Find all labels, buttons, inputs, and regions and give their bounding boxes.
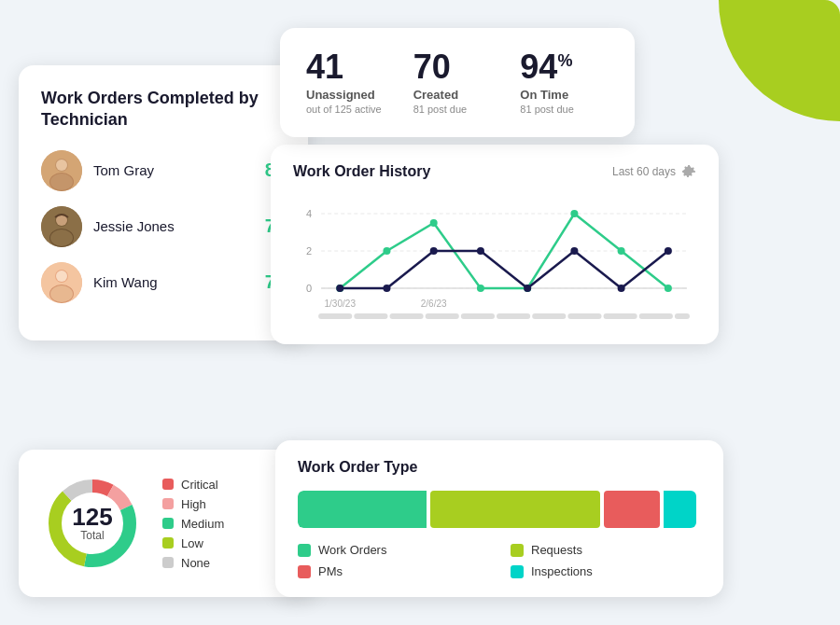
type-bar-container [298,491,701,528]
card-history-header: Work Order History Last 60 days [293,163,696,180]
svg-point-14 [50,285,73,302]
green-corner-decoration [719,0,840,121]
type-dot-requests [511,544,524,557]
stat-label-ontime: On Time [520,88,609,102]
stat-number-ontime: 94% [520,50,609,84]
type-legend-requests: Requests [511,543,701,557]
stat-sublabel-unassigned: out of 125 active [306,104,395,115]
svg-point-29 [665,285,672,292]
svg-point-35 [570,247,578,255]
svg-point-23 [383,247,390,255]
svg-point-31 [383,285,390,292]
card-type-title: Work Order Type [298,459,701,476]
legend-item-none: None [162,556,224,570]
card-technician: Work Orders Completed by Technician Tom … [19,65,308,340]
svg-text:2/6/23: 2/6/23 [421,299,447,309]
svg-point-3 [56,160,67,171]
bar-requests [430,491,599,528]
avatar-kim [41,262,82,303]
stat-unassigned: 41 Unassigned out of 125 active [306,50,395,115]
card-history-period: Last 60 days [612,164,696,179]
svg-point-37 [665,247,672,255]
bar-pms [604,491,660,528]
stat-sublabel-created: 81 post due [413,104,502,115]
donut-container: 125 Total [41,472,144,575]
card-stats: 41 Unassigned out of 125 active 70 Creat… [280,28,635,137]
type-legend-work-orders: Work Orders [298,543,488,557]
bar-inspections [664,491,696,528]
legend-dot-none [162,557,174,568]
type-dot-pms [298,565,311,578]
tech-name-jessie: Jessie Jones [93,218,254,234]
chart-svg: 4 2 0 [293,195,696,326]
tech-name-tom: Tom Gray [93,162,254,178]
legend-item-high: High [162,497,224,511]
svg-point-24 [430,219,438,227]
svg-text:1/30/23: 1/30/23 [324,299,356,309]
svg-point-36 [618,285,625,292]
legend-item-medium: Medium [162,517,224,531]
card-technician-title: Work Orders Completed by Technician [41,88,286,132]
stat-sublabel-ontime: 81 post due [520,104,609,115]
donut-center: 125 Total [72,505,112,542]
donut-label: Total [72,529,112,542]
avatar-tom [41,150,82,191]
svg-text:0: 0 [306,283,312,294]
svg-point-30 [336,285,343,292]
svg-point-28 [618,247,625,255]
donut-number: 125 [72,505,112,529]
legend-item-low: Low [162,536,224,550]
svg-point-9 [50,229,73,246]
gear-icon[interactable] [681,164,696,179]
svg-text:2: 2 [306,245,312,257]
technician-row-1: Tom Gray 84 [41,150,286,191]
stat-ontime: 94% On Time 81 post due [520,50,609,115]
stat-number-unassigned: 41 [306,50,395,84]
stat-label-unassigned: Unassigned [306,88,395,102]
bar-work-orders [298,491,427,528]
svg-point-33 [477,247,484,255]
technician-row-2: Jessie Jones 76 [41,206,286,247]
card-type: Work Order Type Work Orders Requests PMs [275,440,723,597]
stat-label-created: Created [413,88,502,102]
card-history: Work Order History Last 60 days 4 2 0 [271,145,719,344]
legend-dot-high [162,498,174,509]
stat-created: 70 Created 81 post due [413,50,502,115]
dashboard: Work Orders Completed by Technician Tom … [0,0,840,625]
stat-number-created: 70 [413,50,502,84]
type-dot-work-orders [298,544,311,557]
avatar-jessie [41,206,82,247]
svg-point-13 [56,271,67,282]
type-dot-inspections [511,565,524,578]
type-legend: Work Orders Requests PMs Inspections [298,543,701,578]
svg-point-4 [50,174,73,190]
legend-dot-critical [162,479,174,490]
svg-point-32 [430,247,438,255]
chart-area: 4 2 0 [293,195,696,326]
svg-text:4: 4 [306,208,312,219]
svg-point-25 [477,285,484,292]
type-legend-inspections: Inspections [511,564,701,578]
svg-point-27 [570,210,578,217]
type-legend-pms: PMs [298,564,488,578]
tech-name-kim: Kim Wang [93,274,254,290]
svg-point-34 [524,285,531,292]
legend-dot-medium [162,518,174,529]
legend-item-critical: Critical [162,478,224,492]
technician-row-3: Kim Wang 75 [41,262,286,303]
card-history-title: Work Order History [293,163,430,180]
card-donut: 125 Total Critical High Medium Low [19,450,317,597]
donut-legend: Critical High Medium Low None [162,478,224,570]
legend-dot-low [162,537,174,549]
